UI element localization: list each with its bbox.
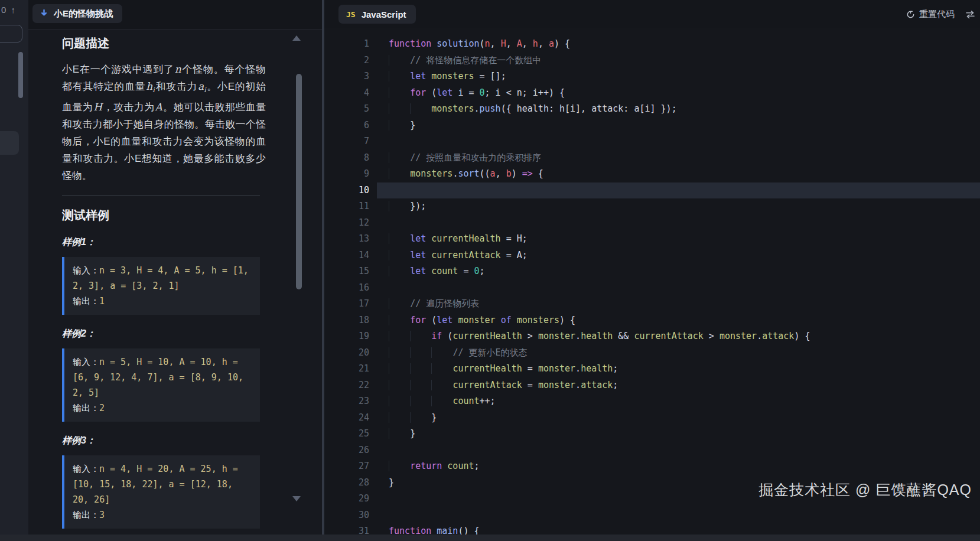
problem-tab[interactable]: 小E的怪物挑战: [32, 4, 122, 23]
code-line-content: // 按照血量和攻击力的乘积排序: [389, 150, 541, 167]
line-number: 17: [324, 296, 369, 312]
sample-line: 输出：3: [73, 507, 253, 523]
line-number: 30: [324, 507, 369, 524]
code-line[interactable]: 13 let currentHealth = H;: [324, 231, 980, 247]
scroll-down-arrow-icon[interactable]: [292, 496, 301, 501]
code-line[interactable]: 28}: [324, 475, 980, 491]
code-line-content: // 遍历怪物列表: [389, 296, 479, 312]
code-line[interactable]: 1function solution(n, H, A, h, a) {: [324, 36, 980, 53]
line-number: 24: [324, 410, 369, 426]
sample-box: 输入：n = 4, H = 20, A = 25, h = [10, 15, 1…: [62, 455, 260, 529]
section-divider: [62, 195, 260, 195]
line-number: 2: [324, 53, 369, 69]
code-lines: 1function solution(n, H, A, h, a) {2 // …: [324, 28, 980, 535]
code-line[interactable]: 20 // 更新小E的状态: [324, 345, 980, 361]
line-number: 4: [324, 85, 369, 102]
code-line[interactable]: 11 });: [324, 198, 980, 215]
code-line[interactable]: 31function main() {: [324, 523, 980, 535]
code-line-content: if (currentHealth > monster.health && cu…: [389, 328, 810, 345]
line-number: 14: [324, 247, 369, 264]
sample-line: 输入：n = 3, H = 4, A = 5, h = [1, 2, 3], a…: [73, 263, 253, 294]
page: 0 ↑ 小E的怪物挑战 问题描述 小E在一个游戏中遇到了n个怪物。每个怪物都有其…: [0, 0, 980, 541]
code-line[interactable]: 27 return count;: [324, 458, 980, 475]
problem-description: 小E在一个游戏中遇到了n个怪物。每个怪物都有其特定的血量hi和攻击力ai。小E的…: [62, 61, 266, 184]
code-line[interactable]: 23 count++;: [324, 393, 980, 410]
editor-panel: JS JavaScript 重置代码 1function solution(n,…: [324, 0, 980, 541]
code-line-content: for (let monster of monsters) {: [389, 312, 575, 329]
line-number: 20: [324, 345, 369, 361]
download-icon: [40, 9, 48, 18]
samples-list: 样例1：输入：n = 3, H = 4, A = 5, h = [1, 2, 3…: [62, 236, 266, 529]
sample-box: 输入：n = 3, H = 4, A = 5, h = [1, 2, 3], a…: [62, 257, 260, 315]
line-number: 12: [324, 215, 369, 232]
code-line[interactable]: 17 // 遍历怪物列表: [324, 296, 980, 312]
sample-label: 样例3：: [62, 435, 266, 447]
code-editor[interactable]: 1function solution(n, H, A, h, a) {2 // …: [324, 28, 980, 535]
code-line[interactable]: 21 currentHealth = monster.health;: [324, 361, 980, 377]
code-line[interactable]: 4 for (let i = 0; i < n; i++) {: [324, 85, 980, 102]
reset-code-button[interactable]: 重置代码: [906, 9, 955, 20]
code-line-content: let monsters = [];: [389, 69, 506, 85]
refresh-icon: [906, 10, 915, 19]
code-line-content: let count = 0;: [389, 263, 485, 280]
line-number: 22: [324, 377, 369, 394]
code-line[interactable]: 24 }: [324, 410, 980, 426]
code-line[interactable]: 15 let count = 0;: [324, 263, 980, 280]
code-line[interactable]: 10: [324, 182, 980, 199]
code-line[interactable]: 2 // 将怪物信息存储在一个数组中: [324, 53, 980, 69]
math-symbol: n: [174, 63, 182, 75]
code-line-content: }: [389, 426, 415, 442]
code-line-content: return count;: [389, 458, 480, 475]
samples-heading: 测试样例: [62, 207, 266, 223]
code-line[interactable]: 3 let monsters = [];: [324, 69, 980, 85]
code-line[interactable]: 5 monsters.push({ health: h[i], attack: …: [324, 101, 980, 118]
code-line[interactable]: 22 currentAttack = monster.attack;: [324, 377, 980, 394]
rail-scrollbar-thumb[interactable]: [18, 52, 23, 98]
problem-body: 问题描述 小E在一个游戏中遇到了n个怪物。每个怪物都有其特定的血量hi和攻击力a…: [62, 30, 266, 532]
line-number: 5: [324, 101, 369, 118]
reset-code-label: 重置代码: [919, 9, 955, 20]
code-line[interactable]: 9 monsters.sort((a, b) => {: [324, 166, 980, 182]
line-number: 18: [324, 312, 369, 329]
code-line-content: let currentAttack = A;: [389, 247, 528, 264]
line-number: 28: [324, 475, 369, 491]
code-line[interactable]: 29: [324, 491, 980, 507]
math-symbol: hi: [145, 80, 155, 92]
rail-button-2[interactable]: [0, 131, 19, 155]
code-line[interactable]: 25 }: [324, 426, 980, 442]
code-line[interactable]: 6 }: [324, 118, 980, 134]
problem-panel-header: 小E的怪物挑战: [28, 0, 322, 30]
code-line[interactable]: 14 let currentAttack = A;: [324, 247, 980, 264]
language-tab-javascript[interactable]: JS JavaScript: [338, 5, 416, 24]
code-line-content: currentHealth = monster.health;: [389, 361, 618, 377]
code-line[interactable]: 30: [324, 507, 980, 524]
line-number: 1: [324, 36, 369, 53]
sample-label: 样例1：: [62, 236, 266, 249]
code-line[interactable]: 8 // 按照血量和攻击力的乘积排序: [324, 150, 980, 167]
code-line[interactable]: 26: [324, 442, 980, 459]
code-line[interactable]: 18 for (let monster of monsters) {: [324, 312, 980, 329]
code-line-content: }: [389, 475, 394, 491]
code-line-content: function main() {: [389, 523, 480, 535]
code-line[interactable]: 7: [324, 133, 980, 150]
code-line[interactable]: 12: [324, 215, 980, 232]
code-line[interactable]: 16: [324, 280, 980, 296]
problem-scrollbar-thumb[interactable]: [296, 74, 302, 289]
bottom-scrollbar-track[interactable]: [0, 535, 980, 541]
swap-icon[interactable]: [965, 10, 975, 19]
line-number: 26: [324, 442, 369, 459]
line-number: 31: [324, 523, 369, 535]
scroll-up-arrow-icon[interactable]: [292, 35, 301, 41]
code-line[interactable]: 19 if (currentHealth > monster.health &&…: [324, 328, 980, 345]
sample-label: 样例2：: [62, 328, 266, 340]
line-number: 27: [324, 458, 369, 475]
code-line-content: function solution(n, H, A, h, a) {: [389, 36, 570, 53]
editor-header: JS JavaScript 重置代码: [324, 0, 980, 28]
editor-actions: 重置代码: [906, 0, 975, 28]
sample-line: 输入：n = 5, H = 10, A = 10, h = [6, 9, 12,…: [73, 354, 253, 400]
math-symbol: H: [93, 101, 103, 113]
rail-button[interactable]: [0, 25, 22, 43]
line-number: 9: [324, 166, 369, 182]
line-number: 7: [324, 133, 369, 150]
line-number: 6: [324, 118, 369, 134]
